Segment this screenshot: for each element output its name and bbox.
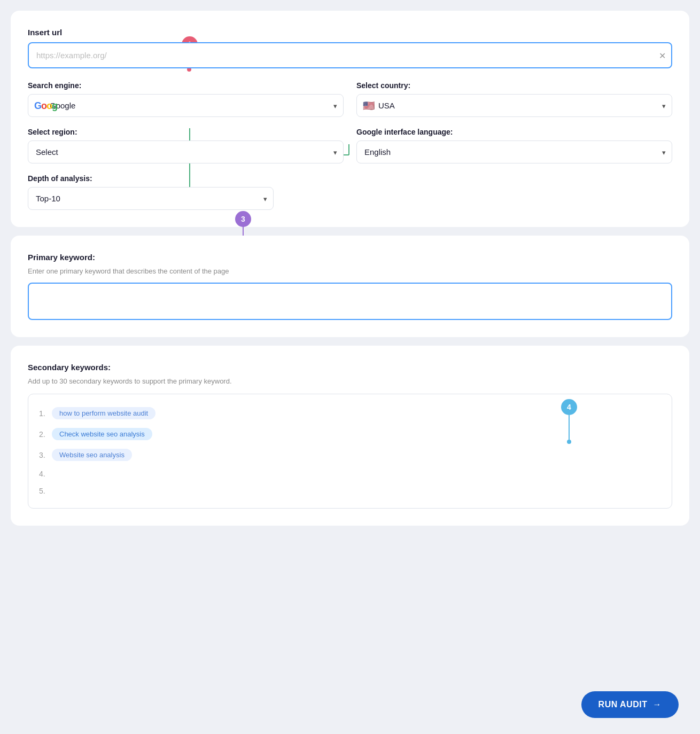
depth-section: Depth of analysis: Top-10 Top-20 Top-30 … [28, 174, 672, 210]
step-badge-3: 3 [235, 211, 251, 227]
select-region-field: Select region: Select ▾ [28, 128, 344, 163]
step-badge-4: 4 [561, 399, 577, 415]
list-item: 4. [39, 465, 661, 482]
primary-keyword-helper: Enter one primary keyword that describes… [28, 267, 672, 275]
primary-keyword-input[interactable] [28, 283, 672, 320]
select-country-label: Select country: [356, 81, 672, 90]
search-engine-select-wrapper: Goog Google Bing Yahoo ▾ [28, 94, 344, 117]
depth-select-wrapper: Top-10 Top-20 Top-30 Top-50 Top-100 ▾ [28, 187, 274, 210]
select-region-select-wrapper: Select ▾ [28, 140, 344, 163]
secondary-keywords-card: 4 Secondary keywords: Add up to 30 secon… [11, 346, 689, 526]
secondary-keywords-title: Secondary keywords: [28, 363, 672, 372]
search-engine-label: Search engine: [28, 81, 344, 90]
select-country-select[interactable]: USA UK Canada [356, 94, 672, 117]
primary-keyword-title: Primary keyword: [28, 253, 672, 262]
keyword-tag-1[interactable]: how to perform website audit [52, 407, 155, 419]
search-engine-field: Search engine: Goog Google Bing Yahoo ▾ [28, 81, 344, 117]
keyword-num-3: 3. [39, 451, 52, 459]
list-item: 2. Check website seo analysis [39, 424, 661, 444]
keyword-num-1: 1. [39, 409, 52, 418]
google-language-select[interactable]: English Spanish French [356, 140, 672, 163]
keyword-num-2: 2. [39, 430, 52, 439]
url-label: Insert url [28, 28, 672, 37]
select-country-select-wrapper: 🇺🇸 USA UK Canada ▾ [356, 94, 672, 117]
run-audit-label: RUN AUDIT [598, 700, 648, 709]
google-language-field: Google interface language: English Spani… [356, 128, 672, 163]
google-language-select-wrapper: English Spanish French ▾ [356, 140, 672, 163]
url-input-wrapper: ✕ [28, 42, 672, 68]
url-input[interactable] [28, 42, 672, 68]
url-settings-card: 1 Insert url ✕ 2 Search engine: Goog [11, 11, 689, 227]
primary-keyword-card: Primary keyword: Enter one primary keywo… [11, 236, 689, 337]
google-icon: Goog [34, 100, 57, 111]
settings-grid: Search engine: Goog Google Bing Yahoo ▾ … [28, 81, 672, 163]
usa-flag: 🇺🇸 [363, 100, 375, 112]
keyword-num-5: 5. [39, 487, 52, 495]
google-language-label: Google interface language: [356, 128, 672, 136]
keyword-num-4: 4. [39, 470, 52, 478]
select-region-label: Select region: [28, 128, 344, 136]
keyword-tag-3[interactable]: Website seo analysis [52, 449, 132, 461]
secondary-keywords-helper: Add up to 30 secondary keywords to suppo… [28, 377, 672, 385]
list-item: 5. [39, 482, 661, 499]
clear-url-button[interactable]: ✕ [659, 50, 666, 60]
depth-select[interactable]: Top-10 Top-20 Top-30 Top-50 Top-100 [28, 187, 274, 210]
depth-label: Depth of analysis: [28, 174, 672, 183]
keyword-tag-2[interactable]: Check website seo analysis [52, 428, 152, 440]
select-region-select[interactable]: Select [28, 140, 344, 163]
search-engine-select[interactable]: Google Bing Yahoo [28, 94, 344, 117]
list-item: 3. Website seo analysis [39, 444, 661, 465]
select-country-field: Select country: 🇺🇸 USA UK Canada ▾ [356, 81, 672, 117]
run-audit-button[interactable]: RUN AUDIT → [581, 691, 679, 718]
run-audit-arrow: → [653, 700, 662, 709]
